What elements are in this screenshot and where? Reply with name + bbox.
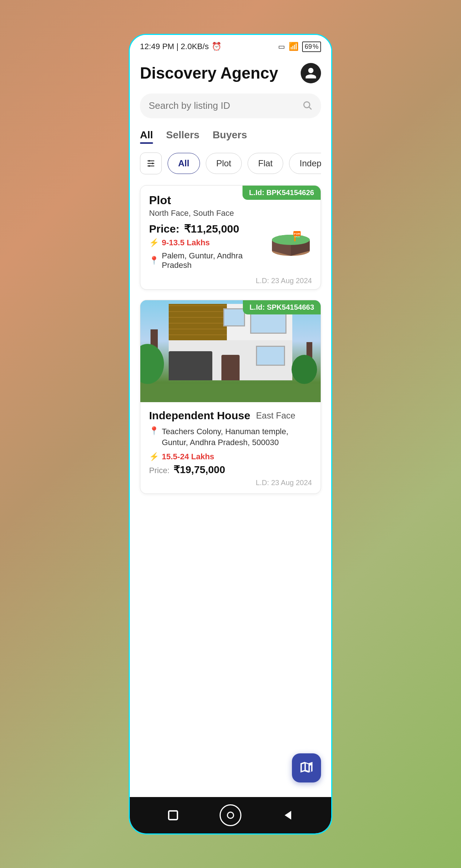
filter-chip-independent[interactable]: Independe...: [289, 153, 321, 174]
tree-right: [301, 342, 317, 384]
svg-point-12: [272, 235, 310, 245]
svg-text:FOR: FOR: [294, 232, 300, 235]
house-face: East Face: [256, 411, 295, 421]
plot-price-range: 9-13.5 Lakhs: [162, 238, 210, 247]
listing-card-plot[interactable]: L.Id: BPK54154626 Plot North Face, South…: [140, 185, 321, 290]
house-location: Teachers Colony, Hanuman temple, Guntur,…: [162, 426, 312, 449]
search-input[interactable]: [149, 100, 298, 111]
house-range-row: ⚡ 15.5-24 Lakhs: [149, 452, 312, 461]
search-bar[interactable]: [140, 94, 321, 118]
listing-card-house[interactable]: L.Id: SPK54154663 Independent House East…: [140, 300, 321, 494]
trend-icon-plot: ⚡: [149, 238, 159, 247]
plot-faces: North Face, South Face: [149, 209, 312, 218]
square-icon: [167, 809, 180, 822]
svg-point-7: [148, 165, 150, 167]
filter-chip-flat[interactable]: Flat: [248, 153, 283, 174]
svg-point-6: [152, 162, 153, 164]
back-icon: [281, 809, 294, 822]
plot-date: L.D: 23 Aug 2024: [140, 277, 321, 289]
nav-back-button[interactable]: [162, 804, 184, 826]
filter-chip-all[interactable]: All: [168, 153, 200, 174]
plot-card-inner: L.Id: BPK54154626 Plot North Face, South…: [140, 186, 321, 277]
battery-indicator: 69 %: [302, 41, 321, 52]
plot-range-row: ⚡ 9-13.5 Lakhs: [149, 238, 270, 247]
app-title: Discovery Agency: [140, 64, 278, 82]
profile-icon: [304, 67, 317, 80]
app-content: Discovery Agency All Sellers Buyers: [130, 56, 331, 797]
tab-sellers[interactable]: Sellers: [166, 129, 200, 144]
plot-price-row: Price: ₹11,25,000 ⚡ 9-13.5 Lakhs 📍 Palem…: [149, 222, 312, 270]
listing-id-badge-house: L.Id: SPK54154663: [243, 300, 321, 314]
svg-text:SALE: SALE: [294, 235, 300, 238]
house-image: L.Id: SPK54154663: [140, 300, 321, 402]
status-time: 12:49 PM | 2.0KB/s: [140, 42, 209, 51]
svg-marker-18: [285, 811, 291, 820]
house-location-row: 📍 Teachers Colony, Hanuman temple, Guntu…: [149, 426, 312, 449]
house-title-row: Independent House East Face: [149, 409, 312, 422]
svg-line-1: [309, 107, 311, 109]
house-photo: [140, 300, 321, 402]
house-price-range: 15.5-24 Lakhs: [162, 452, 214, 461]
location-pin-plot: 📍: [149, 256, 159, 265]
battery-level: 69: [305, 43, 312, 51]
svg-rect-17: [169, 811, 177, 820]
nav-triangle-button[interactable]: [277, 804, 299, 826]
map-icon: [298, 760, 314, 776]
filter-options-button[interactable]: [140, 152, 162, 174]
house-structure: [169, 304, 292, 380]
house-date: L.D: 23 Aug 2024: [149, 479, 312, 487]
plot-location: Palem, Guntur, Andhra Pradesh: [162, 251, 270, 270]
wifi-icon: 📶: [289, 42, 298, 51]
battery-percent: %: [313, 43, 318, 51]
tree-left: [144, 329, 164, 384]
plot-price-value: ₹11,25,000: [184, 223, 239, 235]
sliders-icon: [146, 158, 156, 169]
map-fab-button[interactable]: [292, 753, 321, 782]
house-price-value: ₹19,75,000: [173, 464, 225, 475]
plot-price-col: Price: ₹11,25,000 ⚡ 9-13.5 Lakhs 📍 Palem…: [149, 222, 270, 270]
trend-icon-house: ⚡: [149, 452, 159, 461]
svg-point-5: [148, 160, 150, 162]
lawn: [140, 384, 321, 402]
filter-row: All Plot Flat Independe...: [140, 152, 321, 174]
location-pin-house: 📍: [149, 426, 159, 436]
filter-chip-plot[interactable]: Plot: [206, 153, 242, 174]
plot-svg-icon: FOR SALE: [271, 222, 311, 257]
house-type: Independent House: [149, 409, 250, 422]
plot-location-row: 📍 Palem, Guntur, Andhra Pradesh: [149, 251, 270, 270]
plot-price-label: Price: ₹11,25,000: [149, 222, 270, 235]
nav-home-inner: [227, 812, 234, 819]
alarm-icon: ⏰: [212, 42, 221, 51]
screen-icon: ▭: [278, 42, 285, 51]
status-right: ▭ 📶 69 %: [278, 41, 321, 52]
house-price-label: Price:: [149, 466, 169, 475]
app-header: Discovery Agency: [140, 63, 321, 83]
tab-buyers[interactable]: Buyers: [213, 129, 247, 144]
profile-button[interactable]: [301, 63, 321, 83]
listing-id-badge-plot: L.Id: BPK54154626: [242, 186, 321, 200]
phone-frame: 12:49 PM | 2.0KB/s ⏰ ▭ 📶 69 % Discovery …: [129, 34, 332, 835]
search-icon: [302, 100, 312, 112]
house-info: Independent House East Face 📍 Teachers C…: [140, 402, 321, 494]
svg-point-0: [304, 102, 310, 107]
tab-all[interactable]: All: [140, 129, 153, 144]
bottom-nav: [130, 797, 331, 833]
nav-home-button[interactable]: [220, 804, 241, 826]
tabs-row: All Sellers Buyers: [140, 129, 321, 144]
status-bar: 12:49 PM | 2.0KB/s ⏰ ▭ 📶 69 %: [130, 35, 331, 56]
house-price-row: Price: ₹19,75,000: [149, 464, 312, 476]
status-left: 12:49 PM | 2.0KB/s ⏰: [140, 42, 221, 51]
plot-illustration: FOR SALE: [270, 222, 312, 257]
